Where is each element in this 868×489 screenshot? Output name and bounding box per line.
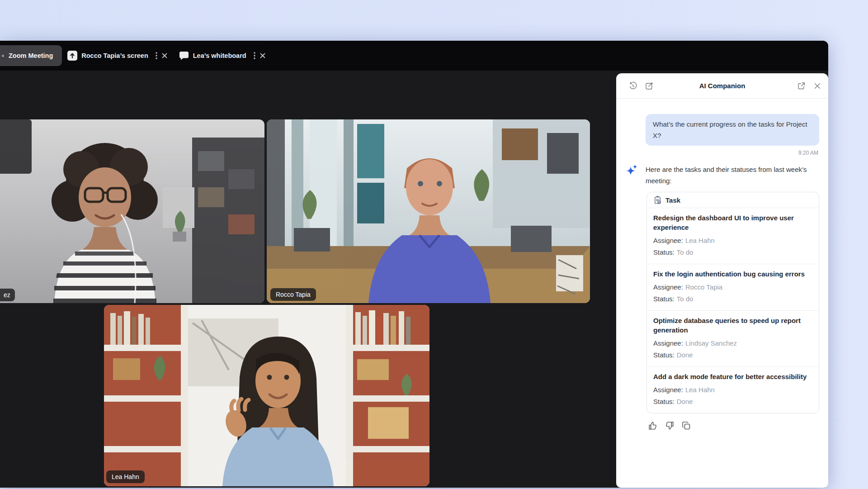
close-panel-icon[interactable] xyxy=(812,81,822,91)
meeting-status-dot xyxy=(2,55,4,57)
participant-1-video xyxy=(0,119,264,303)
message-timestamp: 9:20 AM xyxy=(616,150,818,156)
task-assignee: Assignee:Rocco Tapia xyxy=(653,282,812,293)
task-title: Redesign the dashboard UI to improve use… xyxy=(653,213,812,232)
rocco-tapia-name-label: Rocco Tapia xyxy=(270,288,316,301)
thumbs-up-icon[interactable] xyxy=(648,421,658,431)
lea-whiteboard-close-button[interactable] xyxy=(259,52,266,59)
task-row: Redesign the dashboard UI to improve use… xyxy=(647,208,819,264)
task-assignee: Assignee:Lea Hahn xyxy=(653,235,812,246)
task-status: Status:To do xyxy=(653,247,812,258)
rocco-screen-close-button[interactable] xyxy=(161,52,168,59)
participant-1-name-label: ez xyxy=(0,289,15,301)
video-tile-participant-1[interactable]: ez xyxy=(0,119,264,303)
task-card-title: Task xyxy=(665,196,680,204)
ai-companion-panel: AI Companion What’s the current progress… xyxy=(616,73,828,488)
ai-companion-header: AI Companion xyxy=(616,73,828,99)
lea-hahn-video xyxy=(104,305,429,486)
tab-rocco-screen[interactable]: Rocco Tapia’s screen xyxy=(67,51,168,61)
task-status: Status:To do xyxy=(653,294,812,304)
task-title: Optimize database queries to speed up re… xyxy=(653,316,812,335)
copy-icon[interactable] xyxy=(681,421,691,431)
task-status-card: Task Redesign the dashboard UI to improv… xyxy=(646,192,819,413)
video-tile-lea-hahn[interactable]: Lea Hahn xyxy=(104,305,429,486)
screen-share-icon xyxy=(67,51,77,61)
task-row: Optimize database queries to speed up re… xyxy=(647,311,819,367)
task-title: Add a dark mode feature for better acces… xyxy=(653,372,812,381)
task-assignee: Assignee:Lindsay Sanchez xyxy=(653,338,812,349)
task-status: Status:Done xyxy=(653,350,812,361)
thumbs-down-icon[interactable] xyxy=(665,421,675,431)
whiteboard-icon xyxy=(179,51,189,60)
video-tile-rocco-tapia[interactable]: Rocco Tapia xyxy=(267,119,590,303)
ai-response-intro: Here are the tasks and their statuses fr… xyxy=(646,166,807,185)
task-status: Status:Done xyxy=(653,396,812,407)
tab-zoom-meeting-label: Zoom Meeting xyxy=(9,52,53,59)
task-row: Add a dark mode feature for better acces… xyxy=(647,367,819,413)
lea-hahn-name-label: Lea Hahn xyxy=(106,470,145,483)
rocco-screen-menu-button[interactable] xyxy=(155,51,158,60)
task-row: Fix the login authentication bug causing… xyxy=(647,264,819,311)
tab-lea-whiteboard[interactable]: Lea’s whiteboard xyxy=(179,51,266,60)
tab-rocco-screen-label: Rocco Tapia’s screen xyxy=(81,52,148,59)
ai-response-row: Here are the tasks and their statuses fr… xyxy=(646,164,816,186)
lea-whiteboard-menu-button[interactable] xyxy=(253,51,256,60)
task-card-header: Task xyxy=(647,192,819,208)
task-assignee: Assignee:Lea Hahn xyxy=(653,385,812,395)
pop-out-icon[interactable] xyxy=(797,81,807,91)
window-tab-bar: Zoom Meeting Rocco Tapia’s screen Lea’s … xyxy=(0,41,828,71)
tab-zoom-meeting[interactable]: Zoom Meeting xyxy=(0,45,62,66)
tab-lea-whiteboard-label: Lea’s whiteboard xyxy=(193,52,246,59)
rocco-tapia-video xyxy=(267,119,590,303)
user-message-bubble: What’s the current progress on the tasks… xyxy=(646,114,819,146)
task-clipboard-icon xyxy=(653,196,662,204)
ai-companion-sparkle-icon xyxy=(626,164,638,176)
response-feedback-row xyxy=(648,421,828,431)
task-title: Fix the login authentication bug causing… xyxy=(653,269,812,279)
